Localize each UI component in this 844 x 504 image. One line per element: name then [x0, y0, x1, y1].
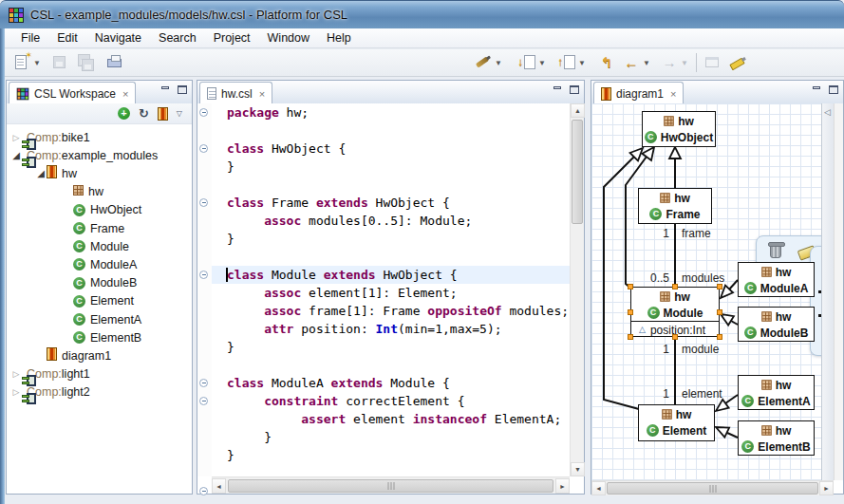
fold-ruler[interactable]: [197, 103, 212, 476]
model-filter-button[interactable]: [158, 107, 168, 121]
scroll-down-button[interactable]: ▼: [571, 462, 585, 476]
minimize-diagram-button[interactable]: [812, 85, 821, 94]
minimize-editor-button[interactable]: [553, 85, 562, 94]
tree-expanded-icon[interactable]: ◢: [35, 168, 47, 178]
selection-handle[interactable]: [628, 309, 633, 315]
print-button[interactable]: [105, 53, 124, 72]
next-annotation-button[interactable]: ↓: [517, 53, 536, 72]
menu-edit[interactable]: Edit: [48, 29, 86, 47]
vertical-scroll-thumb[interactable]: [572, 120, 583, 224]
fold-collapse-icon[interactable]: [199, 379, 208, 387]
tree-item-diagram1[interactable]: diagram1: [35, 346, 111, 364]
tab-csl-workspace[interactable]: CSL Workspace ×: [9, 82, 136, 104]
scroll-up-button[interactable]: ▲: [571, 103, 585, 118]
previous-annotation-dropdown[interactable]: ▼: [578, 59, 586, 67]
new-wizard-dropdown[interactable]: ▼: [33, 59, 41, 67]
class-node-module[interactable]: hwCModule△position:Int: [630, 287, 720, 337]
palette-flyout[interactable]: ◁: [821, 103, 834, 480]
selection-handle[interactable]: [672, 284, 678, 289]
diagram-horizontal-scroll-thumb[interactable]: [607, 482, 818, 495]
selection-handle[interactable]: [628, 284, 633, 289]
tree-item-bike1[interactable]: ▷Comp: bike1: [10, 128, 90, 146]
menu-file[interactable]: File: [12, 29, 48, 47]
fold-collapse-icon[interactable]: [199, 271, 208, 279]
menu-search[interactable]: Search: [150, 29, 205, 47]
class-node-modulea[interactable]: hwCModuleA: [738, 262, 815, 297]
tree-item-light2[interactable]: ▷Comp: light2: [10, 383, 90, 401]
fold-collapse-icon[interactable]: [199, 487, 208, 495]
tree-item-hw[interactable]: ◢hw: [35, 164, 77, 182]
selection-handle[interactable]: [628, 334, 633, 340]
view-menu-button[interactable]: ▽: [177, 109, 182, 118]
palette-expand-icon[interactable]: ◁: [824, 107, 831, 117]
tree-item-module[interactable]: CModule: [62, 237, 129, 255]
scroll-left-button[interactable]: ◄: [212, 478, 226, 494]
fold-collapse-icon[interactable]: [199, 198, 208, 207]
menu-navigate[interactable]: Navigate: [86, 29, 150, 47]
previous-annotation-button[interactable]: ↑: [557, 53, 576, 72]
diagram-vertical-scrollbar[interactable]: [834, 103, 843, 480]
class-node-element[interactable]: hwCElement: [638, 404, 715, 441]
tab-hw-csl[interactable]: hw.csl ×: [199, 82, 272, 104]
tree-item-moduleb[interactable]: CModuleB: [62, 274, 137, 292]
scroll-right-button[interactable]: ►: [555, 478, 570, 494]
class-node-hwobject[interactable]: hwCHwObject: [642, 111, 716, 147]
class-node-frame[interactable]: hwCFrame: [638, 188, 712, 224]
save-button[interactable]: [50, 53, 69, 72]
load-model-dropdown[interactable]: ▼: [495, 59, 502, 67]
new-wizard-button[interactable]: ✶: [12, 53, 31, 72]
tab-diagram1[interactable]: diagram1 ×: [593, 82, 684, 104]
fold-collapse-icon[interactable]: [199, 397, 208, 405]
tree-expanded-icon[interactable]: ◢: [10, 150, 22, 160]
minimize-view-button[interactable]: [160, 85, 170, 94]
refresh-button[interactable]: ↻: [139, 107, 149, 120]
tree-item-example_modules[interactable]: ◢Comp: example_modules: [10, 146, 158, 164]
tree-collapsed-icon[interactable]: ▷: [10, 369, 22, 379]
editor-vertical-scrollbar[interactable]: ▲ ▼: [570, 103, 584, 476]
save-all-button[interactable]: [77, 53, 96, 72]
workspace-tab-close-icon[interactable]: ×: [122, 88, 128, 100]
editor-tab-close-icon[interactable]: ×: [259, 88, 265, 100]
code-area[interactable]: package hw;class HwObject {}class Frame …: [212, 103, 570, 476]
maximize-editor-button[interactable]: [570, 85, 579, 94]
selection-handle[interactable]: [717, 284, 722, 289]
selection-handle[interactable]: [717, 309, 722, 315]
tree-item-element[interactable]: CElement: [62, 292, 134, 310]
tree-item-elementb[interactable]: CElementB: [62, 328, 141, 346]
diagram-scroll-left-button[interactable]: ◄: [591, 481, 606, 495]
diagram-canvas[interactable]: hwCHwObjecthwCFramehwCModule△position:In…: [591, 103, 821, 480]
tree-item-frame[interactable]: CFrame: [62, 219, 124, 237]
editor-horizontal-scrollbar[interactable]: ◄ ►: [212, 476, 570, 494]
last-edit-location-button[interactable]: ↰: [597, 53, 616, 72]
class-node-moduleb[interactable]: hwCModuleB: [738, 307, 815, 342]
class-node-elementb[interactable]: hwCElementB: [738, 420, 815, 456]
tree-item-light1[interactable]: ▷Comp: light1: [10, 365, 90, 383]
tree-item-hwobject[interactable]: CHwObject: [62, 201, 141, 219]
diagram-tab-close-icon[interactable]: ×: [670, 88, 676, 100]
fold-collapse-icon[interactable]: [199, 144, 208, 153]
forward-dropdown[interactable]: ▼: [681, 59, 688, 67]
selection-handle[interactable]: [672, 334, 678, 340]
back-dropdown[interactable]: ▼: [643, 59, 650, 67]
tree-item-modulea[interactable]: CModuleA: [62, 255, 137, 273]
selection-handle[interactable]: [717, 334, 722, 340]
add-button[interactable]: +: [118, 107, 130, 120]
tree-collapsed-icon[interactable]: ▷: [10, 133, 22, 142]
diagram-horizontal-scrollbar[interactable]: ◄ ►: [591, 480, 834, 495]
tree-item-elementa[interactable]: CElementA: [62, 310, 141, 328]
diagram-scroll-right-button[interactable]: ►: [819, 481, 834, 495]
back-button[interactable]: ←: [622, 53, 641, 72]
open-editor-window-button[interactable]: [703, 53, 722, 72]
menu-window[interactable]: Window: [259, 29, 318, 47]
maximize-view-button[interactable]: [178, 85, 187, 94]
menu-help[interactable]: Help: [318, 29, 360, 47]
menu-project[interactable]: Project: [205, 29, 259, 47]
fold-collapse-icon[interactable]: [199, 108, 208, 117]
horizontal-scroll-thumb[interactable]: [228, 479, 553, 493]
next-annotation-dropdown[interactable]: ▼: [538, 59, 546, 67]
mark-occurrences-button[interactable]: [728, 53, 747, 72]
title-bar[interactable]: CSL - example_modules/models/hw.csl - Pl…: [0, 0, 844, 28]
tree-collapsed-icon[interactable]: ▷: [10, 387, 22, 397]
forward-button[interactable]: →: [660, 53, 679, 72]
maximize-diagram-button[interactable]: [829, 85, 838, 94]
